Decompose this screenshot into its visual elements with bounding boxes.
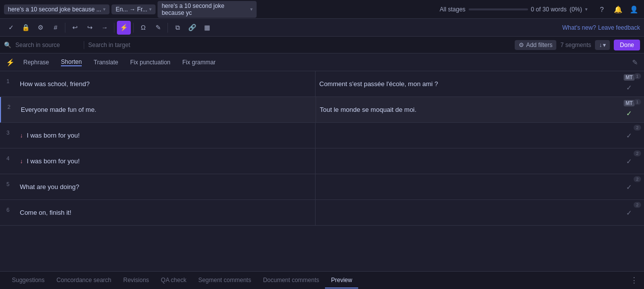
confirm-segment-button[interactable]: ✓ [623,82,635,94]
confirm-toolbar-icon[interactable]: ✓ [4,21,18,35]
split-toolbar-icon[interactable]: → [98,21,111,35]
table-row[interactable]: 3↓I was born for you!✓2 [0,123,644,148]
whats-new-link[interactable]: What's new? [562,24,596,31]
top-nav: here's a 10 second joke because ... ▾ En… [0,0,644,19]
confirm-segment-button[interactable]: ✓ [623,130,635,142]
warning-icon: ↓ [20,132,23,139]
user-icon[interactable]: 👤 [627,3,640,16]
segment-source: What are you doing? [16,174,316,199]
translate-label: Translate [94,59,118,66]
segment-target[interactable] [316,148,615,174]
download-icon: ↓ [599,42,602,48]
done-button[interactable]: Done [614,40,640,50]
columns-toolbar-icon[interactable]: ▦ [200,21,214,35]
table-row[interactable]: 5What are you doing?✓2 [0,174,644,200]
bottom-tab-qa-check[interactable]: QA check [155,273,192,289]
target-selector[interactable]: here's a 10 second joke because yc ▾ [158,1,257,18]
bottom-tabs-more-icon[interactable]: ⋮ [630,276,638,285]
segment-badge: 2 [634,150,641,156]
segment-number: 3 [0,123,16,148]
ai-tab-shorten[interactable]: Shorten [56,56,87,68]
toolbar: ✓ 🔒 ⚙ # ↩ ↪ → ⚡ Ω ✎ ⧉ 🔗 ▦ What's new? Le… [0,19,644,37]
mt-badge: MT [624,100,635,106]
fix-punctuation-label: Fix punctuation [130,59,170,66]
segment-target[interactable] [316,174,615,199]
confirm-segment-button[interactable]: ✓ [623,207,635,219]
search-target-input[interactable] [88,42,153,48]
segment-target[interactable]: Tout le monde se moquait de moi. [316,97,615,122]
segment-number: 1 [0,71,16,96]
segment-number: 2 [1,97,17,122]
segment-source: How was school, friend? [16,71,316,96]
segment-source: ↓I was born for you! [16,148,316,174]
confirm-segment-button[interactable]: ✓ [623,181,635,193]
link-toolbar-icon[interactable]: 🔗 [185,21,199,35]
segment-badge: 2 [634,176,641,182]
project-dropdown-icon: ▾ [103,6,106,12]
target-dropdown-icon: ▾ [250,6,253,12]
bell-icon[interactable]: 🔔 [611,3,624,16]
table-row[interactable]: 1How was school, friend?Comment s'est pa… [0,71,644,97]
segment-badge: 1 [634,99,641,105]
confirm-segment-button[interactable]: ✓ [623,107,635,119]
mt-badge: MT [624,74,635,81]
table-row[interactable]: 4↓I was born for you!✓2 [0,148,644,174]
pencil-toolbar-icon[interactable]: ✎ [151,21,165,35]
stages-section: All stages 0 of 30 words (0%) ▾ [440,6,588,13]
ai-tab-fix-punctuation[interactable]: Fix punctuation [125,57,175,68]
redo-toolbar-icon[interactable]: ↪ [83,21,97,35]
segment-target[interactable] [316,123,615,148]
bottom-tab-preview[interactable]: Preview [325,273,358,289]
stages-label: All stages [440,6,466,13]
nav-icons: ? 🔔 👤 [595,3,640,16]
segment-table: 1How was school, friend?Comment s'est pa… [0,71,644,271]
leave-feedback-link[interactable]: Leave feedback [598,24,640,31]
bottom-tab-suggestions[interactable]: Suggestions [6,273,51,289]
word-count: 0 of 30 words [531,6,567,13]
ai-tab-fix-grammar[interactable]: Fix grammar [177,57,220,68]
segment-number: 5 [0,174,16,199]
segment-number: 4 [0,148,16,174]
segment-target[interactable] [316,200,615,225]
add-filters-button[interactable]: ⚙ Add filters [515,40,556,50]
word-pct: (0%) [570,6,582,13]
bottom-tab-revisions[interactable]: Revisions [117,273,155,289]
toolbar-divider-4 [167,23,168,33]
segment-badge: 2 [634,202,641,208]
segment-source: ↓I was born for you! [16,123,316,148]
warning-icon: ↓ [20,158,23,165]
shorten-label: Shorten [61,58,82,66]
lang-pair-label: En... → Fr... [115,6,147,13]
fix-grammar-label: Fix grammar [182,59,215,66]
segments-count: 7 segments [560,42,591,48]
hash-toolbar-icon[interactable]: # [49,21,62,35]
lock-toolbar-icon[interactable]: 🔒 [19,21,33,35]
help-icon[interactable]: ? [595,3,608,16]
download-button[interactable]: ↓ ▾ [595,40,610,50]
merge-toolbar-icon[interactable]: ⧉ [170,21,184,35]
bottom-tab-concordance-search[interactable]: Concordance search [51,273,117,289]
omega-toolbar-icon[interactable]: Ω [136,21,150,35]
table-row[interactable]: 2Everyone made fun of me.Tout le monde s… [0,97,644,123]
project-selector[interactable]: here's a 10 second joke because ... ▾ [4,4,109,14]
segment-number: 6 [0,200,16,225]
ai-tab-translate[interactable]: Translate [89,57,123,68]
undo-toolbar-icon[interactable]: ↩ [68,21,82,35]
source-text: How was school, friend? [20,80,90,88]
progress-bar [469,8,528,10]
toolbar-divider-1 [65,23,65,33]
edit-ai-icon[interactable]: ✎ [632,58,638,66]
search-icon: 🔍 [4,42,11,48]
bottom-tab-document-comments[interactable]: Document comments [257,273,325,289]
ai-tab-rephrase[interactable]: Rephrase [18,57,54,68]
segment-badge: 1 [634,73,641,79]
lang-pair-selector[interactable]: En... → Fr... ▾ [111,4,156,14]
highlight-toolbar-icon[interactable]: ⚡ [117,21,131,35]
tag-toolbar-icon[interactable]: ⚙ [34,21,48,35]
search-source-input[interactable] [15,42,80,48]
confirm-segment-button[interactable]: ✓ [623,155,635,167]
bottom-tab-segment-comments[interactable]: Segment comments [192,273,257,289]
table-row[interactable]: 6Come on, finish it!✓2 [0,200,644,226]
segment-source: Come on, finish it! [16,200,316,225]
segment-target[interactable]: Comment s'est passée l'école, mon ami ? [316,71,615,96]
